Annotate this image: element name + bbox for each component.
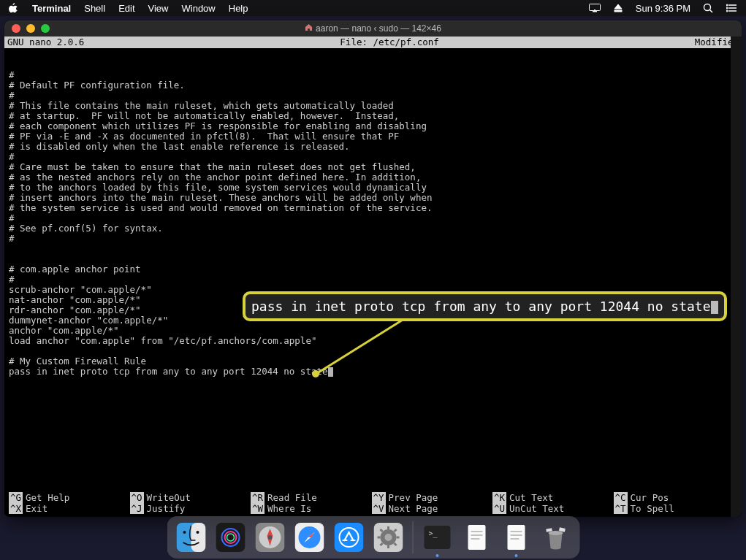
- editor-line: # each component which utilizes PF is re…: [9, 121, 737, 131]
- svg-point-8: [726, 7, 728, 9]
- menu-list-icon[interactable]: [726, 2, 737, 14]
- cursor: [328, 367, 333, 377]
- shortcut-label: Cur Pos: [631, 492, 669, 503]
- editor-line: rdr-anchor "com.apple/*": [9, 305, 737, 315]
- dock: >_: [167, 516, 579, 559]
- svg-point-20: [267, 535, 272, 540]
- dock-launchpad[interactable]: [253, 521, 286, 554]
- dock-recent-doc-1[interactable]: [460, 521, 493, 554]
- svg-point-12: [183, 531, 186, 534]
- editor-line: pass in inet proto tcp from any to any p…: [9, 367, 737, 377]
- editor-line: nat-anchor "com.apple/*": [9, 295, 737, 305]
- nano-shortcut: ^TTo Spell: [614, 503, 735, 514]
- editor-line: #: [9, 70, 737, 80]
- editor-line: [9, 244, 737, 254]
- shortcut-label: Where Is: [267, 503, 311, 514]
- shortcut-label: Justify: [147, 503, 186, 514]
- editor-line: # is disabled only when the last enable …: [9, 142, 737, 152]
- minimize-button[interactable]: [26, 24, 35, 33]
- keycap: ^V: [372, 503, 386, 514]
- editor-line: # See pf.conf(5) for syntax.: [9, 223, 737, 234]
- nano-shortcut: ^RRead File: [251, 492, 372, 503]
- dock-trash[interactable]: [538, 521, 572, 554]
- nano-shortcut: ^KCut Text: [492, 492, 614, 503]
- dock-recent-terminal[interactable]: >_: [420, 521, 454, 554]
- clock[interactable]: Sun 9:36 PM: [636, 3, 690, 14]
- editor-line: # com.apple anchor point: [9, 264, 737, 275]
- nano-editor-body[interactable]: ## Default PF configuration file.## This…: [4, 48, 742, 492]
- svg-rect-42: [507, 525, 525, 550]
- editor-line: # at startup. PF will not be automatical…: [9, 111, 737, 121]
- terminal-window: aaron — nano ‹ sudo — 142×46 GNU nano 2.…: [4, 20, 742, 517]
- nano-footer: ^GGet Help^OWriteOut^RRead File^YPrev Pa…: [4, 492, 742, 517]
- close-button[interactable]: [12, 24, 20, 33]
- dock-recent-doc-2[interactable]: [499, 521, 533, 554]
- shortcut-label: To Spell: [631, 503, 674, 514]
- keycap: ^R: [251, 492, 264, 503]
- dock-app-store[interactable]: [332, 521, 365, 554]
- menu-edit[interactable]: Edit: [118, 3, 134, 14]
- editor-line: #: [9, 275, 737, 285]
- editor-line: # the system service is used and would r…: [9, 203, 737, 213]
- editor-line: # to the anchors loaded by this file, so…: [9, 183, 737, 193]
- menu-window[interactable]: Window: [182, 3, 216, 14]
- editor-line: # This file contains the main ruleset, w…: [9, 101, 737, 111]
- editor-line: #: [9, 234, 737, 244]
- shortcut-label: Cut Text: [509, 492, 553, 503]
- editor-line: # Care must be taken to ensure that the …: [9, 162, 737, 172]
- dock-finder[interactable]: [174, 521, 208, 554]
- nano-shortcut: ^OWriteOut: [130, 492, 251, 503]
- keycap: ^U: [492, 503, 506, 514]
- macos-menubar: Terminal Shell Edit View Window Help Sun…: [0, 0, 746, 16]
- svg-rect-14: [216, 523, 245, 552]
- editor-line: anchor "com.apple/*": [9, 326, 737, 336]
- svg-point-13: [196, 531, 199, 534]
- app-menu[interactable]: Terminal: [32, 3, 71, 14]
- editor-line: # insert anchors into the main ruleset. …: [9, 193, 737, 203]
- nano-shortcut: ^CCur Pos: [614, 492, 735, 503]
- svg-point-46: [548, 531, 563, 535]
- home-folder-icon: [305, 23, 313, 34]
- dock-siri[interactable]: [213, 521, 247, 554]
- nano-shortcut: ^JJustify: [130, 503, 251, 514]
- svg-rect-1: [614, 10, 622, 12]
- nano-shortcut: ^VNext Page: [372, 503, 493, 514]
- nano-file-path: File: /etc/pf.conf: [340, 37, 438, 47]
- shortcut-label: Get Help: [26, 492, 69, 503]
- menu-help[interactable]: Help: [229, 3, 248, 14]
- nano-shortcut: ^WWhere Is: [251, 503, 372, 514]
- svg-line-32: [380, 529, 382, 532]
- shortcut-label: Read File: [267, 492, 317, 503]
- dock-separator: [412, 521, 413, 553]
- nano-shortcut: ^UUnCut Text: [492, 503, 614, 514]
- shortcut-label: Exit: [26, 503, 47, 514]
- shortcut-label: WriteOut: [147, 492, 191, 503]
- svg-line-35: [394, 529, 396, 532]
- scrollbar[interactable]: [731, 37, 742, 517]
- menu-view[interactable]: View: [148, 3, 169, 14]
- eject-icon[interactable]: [612, 2, 624, 14]
- apple-logo-icon[interactable]: [9, 3, 19, 13]
- nano-shortcut: ^GGet Help: [9, 492, 130, 503]
- svg-line-34: [380, 543, 382, 545]
- svg-line-33: [394, 543, 396, 545]
- menu-shell[interactable]: Shell: [84, 3, 105, 14]
- spotlight-icon[interactable]: [702, 2, 714, 14]
- keycap: ^T: [614, 503, 628, 514]
- keycap: ^J: [130, 503, 144, 514]
- shortcut-label: Prev Page: [389, 492, 438, 503]
- keycap: ^X: [9, 503, 23, 514]
- zoom-button[interactable]: [41, 24, 50, 33]
- keycap: ^K: [492, 492, 506, 503]
- nano-header: GNU nano 2.0.6 File: /etc/pf.conf Modifi…: [4, 37, 742, 48]
- window-titlebar[interactable]: aaron — nano ‹ sudo — 142×46: [4, 20, 742, 37]
- svg-line-3: [710, 10, 713, 13]
- editor-line: [9, 254, 737, 264]
- airplay-icon[interactable]: [589, 2, 601, 14]
- editor-line: # My Custom Firewall Rule: [9, 356, 737, 367]
- dock-system-preferences[interactable]: [371, 521, 405, 554]
- nano-version: GNU nano 2.0.6: [7, 37, 84, 47]
- dock-safari[interactable]: [292, 521, 326, 554]
- keycap: ^Y: [372, 492, 386, 503]
- svg-rect-38: [468, 525, 485, 550]
